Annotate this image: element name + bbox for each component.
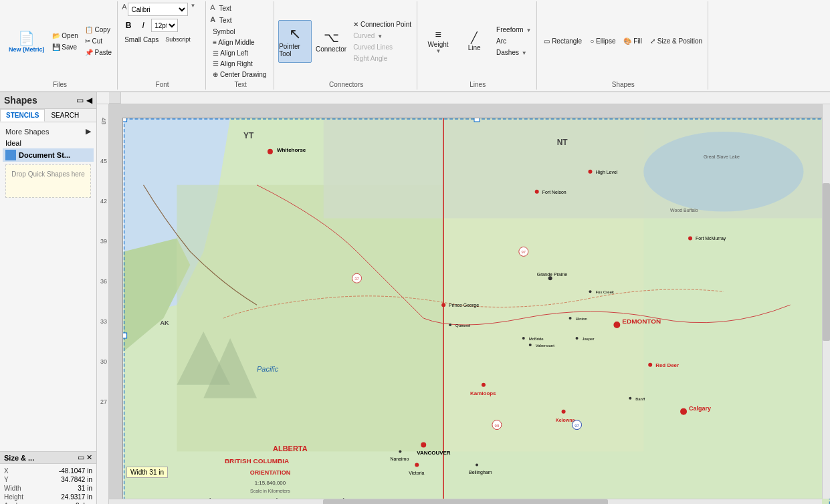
save-button[interactable]: 💾 Save (49, 42, 81, 52)
size-panel-close-button[interactable]: ✕ (86, 453, 92, 462)
svg-text:High Level: High Level (595, 170, 617, 175)
rectangle-icon: ▭ (544, 37, 550, 45)
svg-point-47 (399, 450, 401, 453)
align-left-button[interactable]: ☰ Align Left (210, 48, 251, 58)
svg-text:NT: NT (557, 138, 568, 147)
align-right-button[interactable]: ☰ Align Right (210, 59, 255, 69)
svg-point-53 (449, 324, 451, 326)
vertical-scrollbar[interactable] (822, 104, 830, 499)
new-icon: 📄 (18, 30, 35, 46)
ellipse-button[interactable]: ○ Ellipse (587, 36, 618, 46)
connector-icon: ⌥ (324, 29, 339, 45)
weight-button[interactable]: ≡ Weight ▼ (421, 20, 455, 63)
pointer-tool-button[interactable]: ↖ Pointer Tool (278, 20, 312, 63)
italic-button[interactable]: I (136, 19, 150, 32)
svg-point-51 (522, 337, 525, 340)
cut-button[interactable]: ✂ Cut (82, 36, 114, 46)
horizontal-scrollbar[interactable] (109, 499, 822, 504)
subscript-button[interactable]: Subscript (163, 35, 193, 45)
small-caps-button[interactable]: Small Caps (122, 35, 161, 45)
svg-text:Kelowna: Kelowna (556, 418, 575, 422)
svg-text:Banff: Banff (635, 397, 645, 401)
line-icon: ╱ (471, 31, 478, 44)
right-angle-button[interactable]: Right Angle (350, 53, 414, 64)
more-shapes-button[interactable]: More Shapes ▶ (3, 125, 94, 138)
y-label: Y (4, 476, 34, 483)
ribbon-group-connectors: ↖ Pointer Tool ⌥ Connector ✕ Connection … (276, 1, 417, 90)
svg-text:Hinton: Hinton (576, 317, 587, 321)
size-position-button[interactable]: ⤢ Size & Position (647, 36, 705, 46)
svg-text:ALBERTA: ALBERTA (273, 445, 308, 453)
center-drawing-button[interactable]: ⊕ Center Drawing (210, 70, 269, 80)
size-panel-title: Size & ... (4, 454, 34, 462)
svg-point-6 (643, 132, 803, 212)
svg-text:EDMONTON: EDMONTON (622, 318, 661, 325)
arc-button[interactable]: Arc (494, 36, 534, 46)
svg-text:Whitehorse: Whitehorse (277, 147, 306, 153)
new-button[interactable]: 📄 New (Metric) (5, 21, 48, 61)
align-middle-button[interactable]: ≡ Align Middle (210, 37, 257, 47)
curved-button[interactable]: Curved ▼ (350, 31, 414, 41)
fill-button[interactable]: 🎨 Fill (621, 36, 645, 46)
text-a-icon1: A (210, 3, 215, 13)
size-panel-minimize-button[interactable]: ▭ (78, 453, 84, 462)
text-button1[interactable]: Text (216, 3, 233, 13)
x-label: X (4, 467, 34, 475)
svg-point-33 (680, 408, 687, 415)
sidebar-minimize-button[interactable]: ▭ (76, 96, 84, 105)
dashes-arrow: ▼ (522, 50, 527, 56)
size-row-angle: Angle 0 deg (4, 501, 92, 504)
paste-button[interactable]: 📌 Paste (82, 47, 114, 57)
open-icon: 📂 (52, 32, 60, 39)
connector-button[interactable]: ⌥ Connector (314, 20, 348, 63)
curved-lines-button[interactable]: Curved Lines (350, 42, 414, 52)
main-area: Shapes ▭ ◀ STENCILS SEARCH More Shapes ▶… (0, 92, 830, 504)
drawing-canvas[interactable]: ALBERTA BRITISH COLUMBIA ORIENTATION 1:1… (109, 104, 830, 504)
open-button[interactable]: 📂 Open (49, 31, 81, 41)
font-size-select[interactable]: 12pt (151, 19, 178, 32)
curved-dropdown-arrow: ▼ (377, 33, 383, 39)
sidebar-tab-search[interactable]: SEARCH (45, 109, 85, 122)
horizontal-ruler: -69 -66 -63 -60 -57 -54 -51 -48 -45 -42 … (97, 92, 830, 104)
font-family-select[interactable]: Calibri (128, 3, 188, 16)
sidebar-close-button[interactable]: ◀ (86, 96, 92, 105)
svg-text:VANCOUVER: VANCOUVER (417, 450, 451, 456)
svg-point-35 (648, 363, 652, 367)
line-button[interactable]: ╱ Line (457, 20, 491, 63)
freeform-button[interactable]: Freeform ▼ (494, 25, 534, 35)
page-canvas: ALBERTA BRITISH COLUMBIA ORIENTATION 1:1… (122, 118, 830, 504)
svg-point-55 (569, 317, 572, 320)
svg-point-29 (688, 236, 692, 240)
sidebar-item-document-stencil[interactable]: Document St... (3, 148, 94, 162)
sidebar-tabs: STENCILS SEARCH (0, 109, 96, 122)
connection-point-button[interactable]: ✕ Connection Point (350, 19, 414, 29)
size-panel-header[interactable]: Size & ... ▭ ✕ (0, 452, 96, 464)
svg-text:Prince George: Prince George (449, 303, 479, 308)
svg-text:Fort Nelson: Fort Nelson (542, 190, 566, 195)
bold-button[interactable]: B (122, 19, 135, 32)
svg-point-57 (576, 337, 579, 340)
width-indicator: Width 31 in (126, 467, 168, 478)
sidebar-item-ideal[interactable]: Ideal (3, 138, 94, 148)
svg-point-37 (421, 443, 426, 448)
svg-text:ORIENTATION: ORIENTATION (250, 469, 290, 476)
svg-point-25 (535, 190, 539, 194)
scroll-thumb-v[interactable] (823, 183, 830, 341)
center-drawing-icon: ⊕ (213, 71, 218, 78)
scroll-thumb-h[interactable] (323, 499, 608, 504)
svg-text:Fox Creek: Fox Creek (595, 290, 614, 294)
dashes-button[interactable]: Dashes ▼ (494, 47, 534, 57)
ribbon: 📄 New (Metric) 📂 Open 💾 Save 📋 (0, 0, 830, 92)
size-row-y: Y 34.7842 in (4, 475, 92, 484)
sidebar-tab-stencils[interactable]: STENCILS (0, 109, 45, 122)
sidebar-content: More Shapes ▶ Ideal Document St... Drop … (0, 122, 96, 451)
text-button2[interactable]: Text (217, 15, 234, 25)
height-value: 24.9317 in (61, 493, 92, 501)
svg-text:YT: YT (243, 131, 254, 140)
rectangle-button[interactable]: ▭ Rectangle (541, 36, 585, 46)
symbol-button[interactable]: Symbol (210, 27, 237, 37)
svg-point-45 (562, 410, 566, 414)
copy-button[interactable]: 📋 Copy (82, 25, 114, 35)
document-stencil-icon (5, 150, 16, 160)
svg-text:Quesnel: Quesnel (455, 324, 470, 328)
